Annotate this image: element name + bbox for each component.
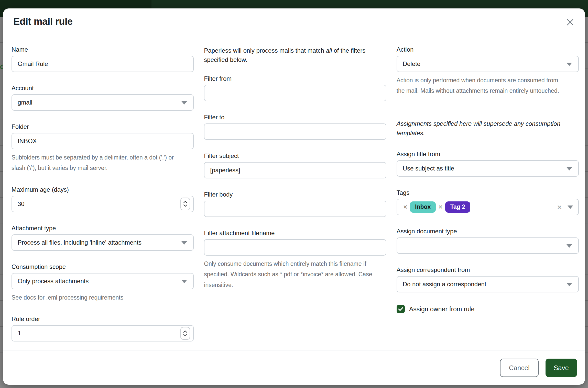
filter-body-input[interactable] [204, 201, 386, 217]
rule-order-field-group: Rule order [12, 315, 194, 341]
action-hint: Action is only performed when documents … [397, 75, 567, 96]
folder-hint: Subfolders must be separated by a delimi… [12, 152, 188, 174]
tag-remove-icon[interactable]: × [436, 203, 445, 211]
assign-owner-label: Assign owner from rule [409, 305, 475, 313]
close-button[interactable] [564, 16, 576, 28]
filter-from-field-group: Filter from [204, 75, 386, 101]
folder-label: Folder [12, 123, 194, 130]
assignments-note: Assignments specified here will supersed… [397, 119, 576, 138]
cancel-button[interactable]: Cancel [500, 359, 539, 377]
chevron-down-icon [183, 334, 187, 336]
chevron-down-icon [181, 280, 187, 283]
tag-remove-icon[interactable]: × [401, 203, 410, 211]
action-field-group: Action Delete Action is only performed w… [397, 46, 579, 96]
dialog-header: Edit mail rule [3, 8, 585, 35]
filter-from-label: Filter from [204, 75, 386, 82]
chevron-up-icon [183, 330, 187, 333]
attachment-type-select[interactable]: Process all files, including 'inline' at… [12, 234, 194, 251]
tags-multiselect[interactable]: × Inbox × Tag 2 × [397, 199, 579, 215]
column-assignments: Action Delete Action is only performed w… [397, 46, 579, 350]
chevron-down-icon [181, 101, 187, 105]
chevron-down-icon [567, 283, 572, 286]
edit-mail-rule-dialog: Edit mail rule Name Account gmail [3, 8, 585, 385]
rule-order-input[interactable] [12, 325, 194, 341]
filter-body-label: Filter body [204, 191, 386, 198]
attachment-type-select-value: Process all files, including 'inline' at… [18, 239, 141, 246]
max-age-field-group: Maximum age (days) [12, 186, 194, 212]
assign-correspondent-label: Assign correspondent from [397, 266, 579, 273]
rule-order-stepper[interactable] [180, 327, 190, 340]
name-input[interactable] [12, 56, 194, 72]
filter-from-input[interactable] [204, 85, 386, 101]
assign-doctype-select[interactable] [397, 237, 579, 254]
account-label: Account [12, 85, 194, 92]
filter-to-label: Filter to [204, 114, 386, 121]
assign-owner-checkbox[interactable] [397, 305, 405, 313]
filter-to-field-group: Filter to [204, 114, 386, 140]
dialog-body: Name Account gmail Folder Subfolders mus… [3, 35, 585, 350]
account-field-group: Account gmail [12, 85, 194, 111]
filter-filename-hint: Only consume documents which entirely ma… [204, 259, 384, 290]
tags-field-group: Tags × Inbox × Tag 2 × [397, 189, 579, 215]
consumption-scope-select-value: Only process attachments [18, 278, 89, 285]
save-button[interactable]: Save [546, 359, 577, 377]
filter-subject-input[interactable] [204, 162, 386, 178]
chevron-down-icon [567, 244, 572, 248]
consumption-scope-label: Consumption scope [12, 263, 194, 270]
assign-correspondent-select-value: Do not assign a correspondent [403, 281, 486, 288]
assign-doctype-label: Assign document type [397, 228, 579, 235]
dialog-footer: Cancel Save [3, 350, 585, 385]
chevron-up-icon [183, 201, 187, 203]
column-general: Name Account gmail Folder Subfolders mus… [12, 46, 194, 350]
chevron-down-icon [567, 63, 572, 66]
attachment-type-label: Attachment type [12, 225, 194, 232]
assign-doctype-field-group: Assign document type [397, 228, 579, 254]
consumption-scope-select[interactable]: Only process attachments [12, 273, 194, 289]
attachment-type-field-group: Attachment type Process all files, inclu… [12, 225, 194, 251]
max-age-stepper[interactable] [180, 198, 190, 210]
assign-title-label: Assign title from [397, 151, 579, 158]
rule-order-label: Rule order [12, 315, 194, 323]
filter-filename-input[interactable] [204, 239, 386, 256]
max-age-label: Maximum age (days) [12, 186, 194, 193]
column-filters: Paperless will only process mails that m… [204, 46, 386, 350]
filter-subject-label: Filter subject [204, 152, 386, 159]
consumption-scope-field-group: Consumption scope Only process attachmen… [12, 263, 194, 303]
assign-owner-row: Assign owner from rule [397, 305, 579, 313]
assign-title-select-value: Use subject as title [403, 165, 454, 172]
tags-clear-icon[interactable]: × [557, 203, 562, 211]
chevron-down-icon [567, 167, 572, 170]
consumption-scope-hint: See docs for .eml processing requirement… [12, 292, 194, 303]
tag-badge-tag2: Tag 2 [445, 201, 470, 213]
dialog-title: Edit mail rule [13, 16, 73, 27]
folder-field-group: Folder Subfolders must be separated by a… [12, 123, 194, 174]
tags-label: Tags [397, 189, 579, 196]
action-select[interactable]: Delete [397, 56, 579, 72]
assign-correspondent-select[interactable]: Do not assign a correspondent [397, 276, 579, 292]
tags-controls: × [557, 199, 573, 215]
filter-filename-label: Filter attachment filename [204, 230, 386, 237]
filter-to-input[interactable] [204, 123, 386, 140]
name-field-group: Name [12, 46, 194, 72]
filters-intro-emphasis: all [326, 47, 332, 54]
folder-input[interactable] [12, 133, 194, 149]
filters-intro: Paperless will only process mails that m… [204, 46, 383, 64]
assign-title-field-group: Assign title from Use subject as title [397, 151, 579, 177]
account-select[interactable]: gmail [12, 94, 194, 111]
action-select-value: Delete [403, 60, 420, 67]
tag-badge-inbox: Inbox [410, 201, 436, 213]
filter-body-field-group: Filter body [204, 191, 386, 217]
chevron-down-icon [181, 241, 187, 245]
max-age-input[interactable] [12, 196, 194, 212]
checkmark-icon [398, 307, 403, 311]
action-label: Action [397, 46, 579, 53]
chevron-down-icon [183, 204, 187, 207]
name-label: Name [12, 46, 194, 53]
assign-title-select[interactable]: Use subject as title [397, 160, 579, 177]
close-icon [565, 24, 575, 28]
filter-filename-field-group: Filter attachment filename Only consume … [204, 230, 386, 290]
assign-correspondent-field-group: Assign correspondent from Do not assign … [397, 266, 579, 292]
filter-subject-field-group: Filter subject [204, 152, 386, 178]
chevron-down-icon[interactable] [568, 206, 573, 209]
account-select-value: gmail [18, 99, 32, 106]
